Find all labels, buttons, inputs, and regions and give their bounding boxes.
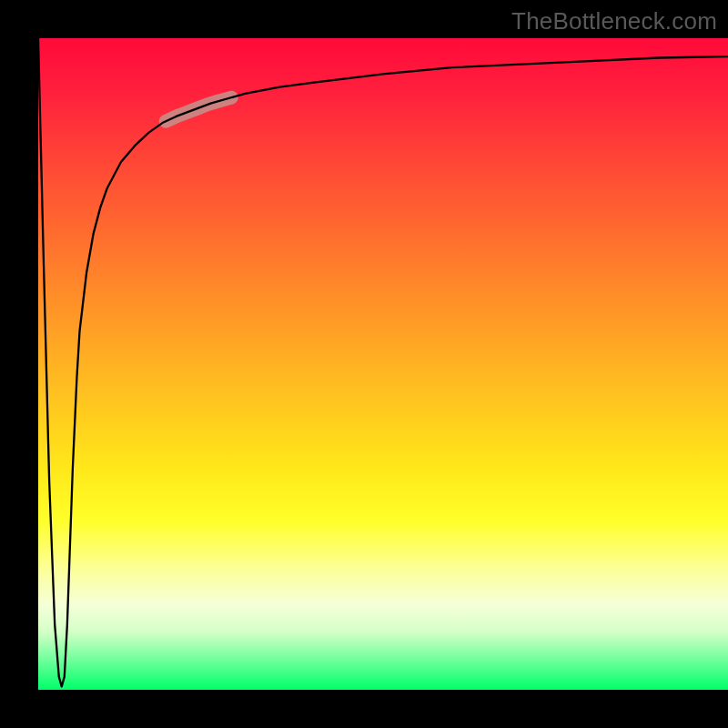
plot-area (38, 38, 728, 690)
watermark-text: TheBottleneck.com (511, 7, 717, 35)
chart-svg (38, 38, 728, 690)
bottleneck-curve (38, 38, 728, 686)
chart-frame: TheBottleneck.com (0, 0, 728, 728)
